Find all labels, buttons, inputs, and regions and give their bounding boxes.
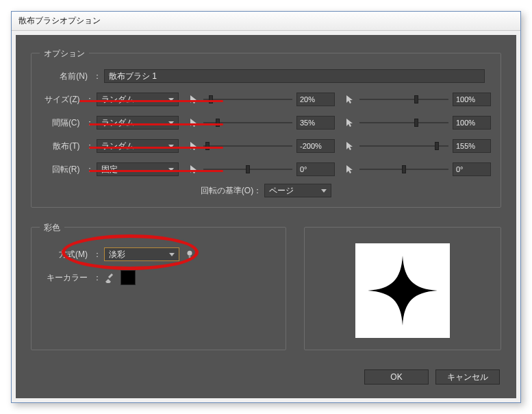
lower-area: 彩色 方式(M) ： 淡彩 キーカラー ： [27,220,505,363]
param-value-2[interactable]: 100% [453,116,491,130]
cancel-button[interactable]: キャンセル [435,369,500,385]
rotation-basis-value: ページ [269,185,294,197]
param-value-1[interactable]: 20% [296,93,335,106]
param-value-2[interactable]: 100% [453,93,491,106]
slider-track[interactable] [359,118,448,127]
pointer-icon [188,164,199,175]
options-group: オプション 名前(N) ： サイズ(Z)：ランダム20%100%間隔(C)：ラン… [31,53,501,208]
param-slider-2: 155% [344,139,491,153]
chevron-down-icon [169,253,175,256]
name-label: 名前(N) [41,71,88,82]
keycolor-swatch[interactable] [121,270,136,285]
param-label: 間隔(C) [41,117,80,129]
pointer-icon [188,117,199,128]
param-label: 散布(T) [41,141,80,152]
param-mode-value: ランダム [101,94,134,106]
param-slider-2: 100% [344,93,491,106]
param-label: 回転(R) [41,164,80,175]
slider-track[interactable] [203,165,292,174]
pointer-icon [344,94,355,105]
param-value-1[interactable]: 35% [296,116,335,130]
param-row: 散布(T)：ランダム-200%155% [41,137,491,155]
svg-rect-2 [108,273,113,278]
annotation-underline [89,147,223,149]
coloring-group-title: 彩色 [40,222,64,234]
param-slider-1: -200% [188,139,335,153]
eyedropper-icon[interactable] [104,272,115,283]
param-slider-2: 0° [344,162,491,176]
dialog-buttons: OK キャンセル [27,369,500,385]
param-value-1[interactable]: 0° [296,162,335,176]
tips-icon[interactable] [185,249,194,259]
brush-preview-shape [366,254,439,327]
param-row: サイズ(Z)：ランダム20%100% [41,90,491,108]
title-bar: 散布ブラシオプション [12,12,520,31]
preview-group [304,227,501,350]
param-mode-dropdown[interactable]: ランダム [97,116,179,130]
param-slider-1: 35% [188,116,335,130]
pointer-icon [188,141,199,151]
annotation-underline [79,100,223,102]
param-value-2[interactable]: 0° [453,162,491,176]
svg-rect-1 [189,256,191,258]
window-title: 散布ブラシオプション [18,15,101,27]
brush-preview [355,243,450,338]
slider-track[interactable] [203,95,292,104]
rotation-basis-dropdown[interactable]: ページ [264,184,331,197]
chevron-down-icon [321,189,327,193]
options-group-title: オプション [40,48,89,60]
keycolor-row: キーカラー ： [41,269,276,287]
annotation-underline [89,170,223,172]
param-mode-value: ランダム [101,141,134,152]
slider-track[interactable] [359,141,448,151]
param-slider-1: 0° [188,162,335,176]
svg-point-0 [188,251,192,256]
name-input[interactable] [104,69,485,83]
keycolor-label: キーカラー [41,272,88,284]
rotation-basis-row: 回転の基準(O) ： ページ [41,184,491,197]
slider-track[interactable] [203,141,292,151]
param-mode-dropdown[interactable]: 固定 [97,162,179,176]
param-slider-1: 20% [188,93,335,106]
param-value-2[interactable]: 155% [453,139,491,153]
method-row: 方式(M) ： 淡彩 [41,245,276,263]
dialog-window: 散布ブラシオプション オプション 名前(N) ： サイズ(Z)：ランダム20%1… [11,11,521,403]
param-mode-dropdown[interactable]: ランダム [97,93,179,106]
param-mode-dropdown[interactable]: ランダム [97,139,179,153]
pointer-icon [344,164,355,175]
param-slider-2: 100% [344,116,491,130]
slider-track[interactable] [359,95,448,104]
param-label: サイズ(Z) [41,94,80,106]
slider-track[interactable] [359,165,448,174]
pointer-icon [188,94,199,105]
method-label: 方式(M) [41,249,88,260]
pointer-icon [344,141,355,151]
param-row: 間隔(C)：ランダム35%100% [41,114,491,132]
slider-track[interactable] [203,118,292,127]
param-mode-value: ランダム [101,117,134,129]
param-mode-value: 固定 [101,164,118,175]
dialog-body: オプション 名前(N) ： サイズ(Z)：ランダム20%100%間隔(C)：ラン… [16,35,516,398]
ok-button[interactable]: OK [364,369,429,385]
pointer-icon [344,117,355,128]
annotation-underline [89,123,223,125]
coloring-group: 彩色 方式(M) ： 淡彩 キーカラー ： [31,227,286,350]
rotation-basis-label: 回転の基準(O) [201,185,253,197]
method-dropdown[interactable]: 淡彩 [104,247,179,261]
param-row: 回転(R)：固定0°0° [41,160,491,178]
param-value-1[interactable]: -200% [296,139,335,153]
name-row: 名前(N) ： [41,67,491,85]
method-value: 淡彩 [109,249,125,260]
